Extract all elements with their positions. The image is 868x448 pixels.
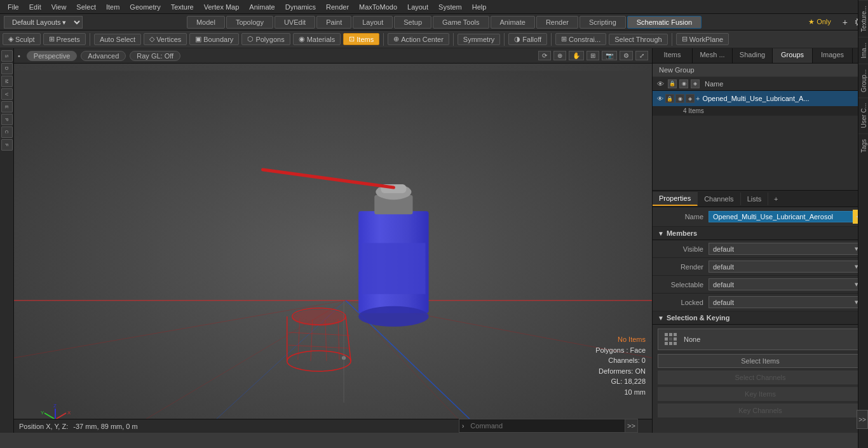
tab-topology[interactable]: Topology [226, 16, 273, 29]
left-tool-e[interactable]: E [1, 101, 13, 112]
name-input[interactable] [709, 211, 853, 222]
falloff-button[interactable]: ◑ Falloff [508, 33, 547, 45]
vc-fit[interactable]: ⊞ [587, 51, 599, 60]
left-tool-c[interactable]: C [1, 126, 13, 138]
edge-tab-tags[interactable]: Tags [858, 133, 868, 158]
vc-rotate[interactable]: ⟳ [538, 51, 551, 60]
tab-layout[interactable]: Layout [353, 16, 393, 29]
edge-tab-texture[interactable]: Texture... [858, 0, 868, 37]
group-lock-icon[interactable]: 🔒 [665, 94, 674, 103]
left-tool-m[interactable]: M [1, 76, 13, 87]
visible-select[interactable]: default ▾ [709, 243, 863, 255]
key-items-button[interactable]: Key Items [658, 387, 863, 401]
vc-pan[interactable]: ✋ [569, 51, 584, 60]
menu-dynamics[interactable]: Dynamics [280, 2, 321, 12]
select-channels-button[interactable]: Select Channels [658, 370, 863, 384]
render-icon[interactable]: ◉ [679, 79, 688, 88]
viewport[interactable]: • Perspective Advanced Ray GL: Off ⟳ ⊕ ✋… [14, 48, 652, 433]
selectable-select[interactable]: default ▾ [709, 278, 863, 290]
tab-render[interactable]: Render [536, 16, 578, 29]
menu-vertexmap[interactable]: Vertex Map [199, 2, 245, 12]
tab-model[interactable]: Model [187, 16, 225, 29]
new-group-button[interactable]: New Group [653, 64, 868, 77]
polygons-button[interactable]: ⬡ Polygons [241, 33, 290, 45]
locked-select[interactable]: default ▾ [709, 296, 863, 308]
edge-tab-ima[interactable]: Ima... [858, 37, 868, 64]
left-tool-f[interactable]: F [1, 139, 13, 151]
none-button[interactable]: None [658, 329, 863, 350]
symmetry-button[interactable]: Symmetry [458, 34, 501, 45]
sculpt-button[interactable]: ◈ Sculpt [3, 33, 41, 45]
tab-items[interactable]: Items [653, 48, 693, 63]
geo-icon[interactable]: ◈ [691, 79, 700, 88]
select-items-button[interactable]: Select Items [658, 354, 863, 368]
tab-uvedit[interactable]: UVEdit [275, 16, 315, 29]
menu-render[interactable]: Render [321, 2, 354, 12]
vc-settings[interactable]: ⚙ [620, 51, 633, 60]
menu-animate[interactable]: Animate [244, 2, 280, 12]
tab-paint[interactable]: Paint [316, 16, 351, 29]
tab-setup[interactable]: Setup [394, 16, 431, 29]
command-input[interactable] [466, 422, 625, 430]
boundary-button[interactable]: ▣ Boundary [189, 33, 239, 45]
vc-camera[interactable]: 📷 [602, 51, 617, 60]
ray-gl-button[interactable]: Ray GL: Off [130, 51, 180, 61]
render-select[interactable]: default ▾ [709, 261, 863, 273]
presets-button[interactable]: ⊞ Presets [43, 33, 86, 45]
tab-gametools[interactable]: Game Tools [433, 16, 489, 29]
tab-schematic-fusion[interactable]: Schematic Fusion [627, 16, 702, 29]
left-tool-v[interactable]: V [1, 88, 13, 100]
auto-select-button[interactable]: Auto Select [94, 34, 141, 45]
key-channels-button[interactable]: Key Channels [658, 404, 863, 417]
group-render-icon[interactable]: ◉ [675, 94, 684, 103]
members-section[interactable]: ▼ Members [653, 227, 868, 240]
menu-help[interactable]: Help [467, 2, 492, 12]
menu-view[interactable]: View [46, 2, 72, 12]
tab-scripting[interactable]: Scripting [580, 16, 626, 29]
materials-button[interactable]: ◉ Materials [293, 33, 341, 45]
perspective-button[interactable]: Perspective [27, 51, 77, 61]
action-center-button[interactable]: ⊕ Action Center [388, 33, 449, 45]
add-layout-button[interactable]: + [839, 17, 851, 27]
tab-channels[interactable]: Channels [698, 193, 740, 205]
group-geo-icon[interactable]: ◈ [686, 94, 695, 103]
menu-edit[interactable]: Edit [24, 2, 46, 12]
left-tool-p[interactable]: P [1, 114, 13, 125]
layout-dropdown[interactable]: Default Layouts ▾ [4, 16, 83, 29]
sel-keying-section[interactable]: ▼ Selection & Keying [653, 311, 868, 325]
edge-tab-userc[interactable]: User C... [858, 97, 868, 133]
command-expand-button[interactable]: >> [625, 419, 637, 432]
add-tab-button[interactable]: + [768, 195, 783, 203]
lock-icon[interactable]: 🔒 [668, 79, 677, 88]
tab-lists[interactable]: Lists [741, 193, 769, 205]
menu-system[interactable]: System [433, 2, 467, 12]
menu-select[interactable]: Select [71, 2, 101, 12]
vertices-button[interactable]: ◇ Vertices [144, 33, 187, 45]
menu-file[interactable]: File [3, 2, 24, 12]
tab-shading[interactable]: Shading [733, 48, 773, 63]
tab-properties[interactable]: Properties [653, 192, 698, 206]
menu-texture[interactable]: Texture [166, 2, 199, 12]
items-button[interactable]: ⊡ Items [343, 33, 379, 45]
advanced-button[interactable]: Advanced [81, 51, 126, 61]
left-tool-s[interactable]: S [1, 50, 13, 62]
expand-panel-button[interactable]: >> [857, 410, 868, 429]
left-tool-d[interactable]: D [1, 63, 13, 74]
group-expand-icon[interactable]: + [696, 95, 700, 102]
edge-tab-group[interactable]: Group... [858, 64, 868, 97]
constraints-button[interactable]: ⊞ Constrai... [555, 33, 606, 45]
menu-geometry[interactable]: Geometry [125, 2, 165, 12]
tab-mesh[interactable]: Mesh ... [693, 48, 733, 63]
tab-images[interactable]: Images [813, 48, 853, 63]
vc-expand[interactable]: ⤢ [635, 51, 648, 60]
tab-groups[interactable]: Groups [773, 48, 813, 63]
groups-row[interactable]: 👁 🔒 ◉ ◈ + Opened_Multi_Use_Lubricant_A..… [653, 91, 868, 106]
menu-item[interactable]: Item [101, 2, 125, 12]
select-through-button[interactable]: Select Through [609, 34, 667, 45]
menu-layout[interactable]: Layout [402, 2, 433, 12]
menu-maxtomodo[interactable]: MaxToModo [354, 2, 402, 12]
vc-zoom[interactable]: ⊕ [553, 51, 566, 60]
viewport-canvas[interactable]: No Items Polygons : Face Channels: 0 Def… [14, 64, 652, 433]
tab-animate[interactable]: Animate [491, 16, 535, 29]
workplane-button[interactable]: ⊟ WorkPlane [676, 33, 729, 45]
